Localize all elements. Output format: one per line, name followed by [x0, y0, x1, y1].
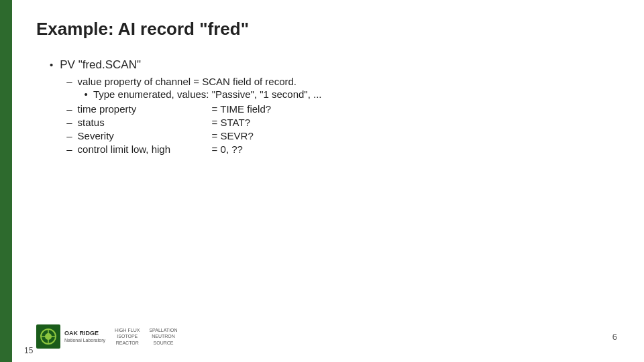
sub-item-control-right: = 0, ??	[212, 143, 617, 155]
footer-logos: OAK RIDGE National Laboratory HIGH FLUXI…	[36, 324, 178, 349]
footer: OAK RIDGE National Laboratory HIGH FLUXI…	[36, 320, 617, 349]
slide-title: Example: AI record "fred"	[36, 19, 617, 40]
sub-item-status-content: status = STAT?	[78, 117, 617, 128]
sub-item-control-content: control limit low, high = 0, ??	[78, 143, 617, 155]
dash-4: –	[66, 143, 72, 155]
oak-ridge-logo-icon	[36, 324, 60, 349]
page-number: 6	[612, 332, 617, 342]
sub-sub-item-type-text: Type enumerated, values: "Passive", "1 s…	[93, 88, 322, 100]
sub-item-status: – status = STAT?	[66, 117, 617, 128]
sub-item-status-right: = STAT?	[212, 117, 617, 128]
sub-item-time-right: = TIME field?	[212, 103, 617, 115]
sub-item-status-left: status	[78, 117, 212, 128]
sub-item-control: – control limit low, high = 0, ??	[66, 143, 617, 155]
sns-badge: SPALLATIONNEUTRONSOURCE	[149, 327, 177, 345]
sub-sub-list: • Type enumerated, values: "Passive", "1…	[78, 88, 617, 100]
bullet-content: PV "fred.SCAN" – value property of chann…	[60, 58, 617, 157]
dash-1: –	[66, 103, 72, 115]
pv-label: PV "fred.SCAN"	[60, 58, 617, 72]
sub-item-severity: – Severity = SEVR?	[66, 130, 617, 141]
sub-sub-dot: •	[85, 88, 88, 100]
slide-content: Example: AI record "fred" • PV "fred.SCA…	[12, 0, 644, 362]
sub-item-value-content: value property of channel = SCAN field o…	[78, 76, 617, 101]
sub-list: – value property of channel = SCAN field…	[60, 76, 617, 155]
sub-item-control-left: control limit low, high	[78, 143, 212, 155]
sub-item-time-content: time property = TIME field?	[78, 103, 617, 115]
sub-item-time-left: time property	[78, 103, 212, 115]
sub-item-time: – time property = TIME field?	[66, 103, 617, 115]
sub-item-value: – value property of channel = SCAN field…	[66, 76, 617, 101]
sub-item-severity-right: = SEVR?	[212, 130, 617, 141]
oak-ridge-name: OAK RIDGE	[64, 330, 105, 338]
dash-3: –	[66, 130, 72, 141]
oak-ridge-text: OAK RIDGE National Laboratory	[64, 330, 105, 343]
hfir-badge: HIGH FLUXISOTOPEREACTOR	[115, 327, 140, 345]
slide-number: 15	[24, 346, 33, 355]
main-bullet: • PV "fred.SCAN" – value property of cha…	[50, 58, 617, 157]
sub-sub-item-type: • Type enumerated, values: "Passive", "1…	[85, 88, 617, 100]
oak-ridge-svg	[39, 327, 58, 346]
bullet-dot: •	[50, 59, 53, 70]
sub-item-severity-left: Severity	[78, 130, 212, 141]
left-accent-bar	[0, 0, 12, 362]
sub-item-value-text: value property of channel = SCAN field o…	[78, 76, 297, 87]
sub-item-severity-content: Severity = SEVR?	[78, 130, 617, 141]
dash-0: –	[66, 76, 72, 87]
dash-2: –	[66, 117, 72, 128]
oak-ridge-subtitle: National Laboratory	[64, 338, 105, 343]
content-area: • PV "fred.SCAN" – value property of cha…	[36, 58, 617, 314]
